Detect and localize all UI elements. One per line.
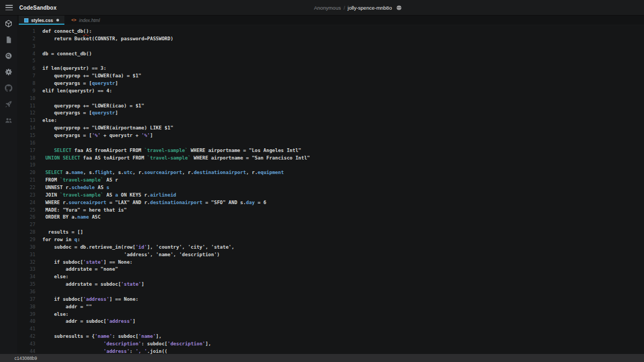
code-line: 14 queryprep += "LOWER(airportname) LIKE…: [17, 124, 644, 132]
line-number: 33: [17, 266, 42, 272]
cube-icon: [5, 20, 12, 27]
code-line: 24 WHERE r.sourceairport = "LAX" AND r.d…: [17, 199, 644, 206]
code-text: else:: [42, 312, 69, 317]
code-text: subresults = {'name': subdoc['name'],: [42, 334, 162, 339]
code-line: 3: [17, 42, 644, 50]
code-line: 31 'address', 'name', 'description'): [17, 251, 644, 258]
code-text: addr = "": [42, 304, 92, 309]
globe-icon[interactable]: [396, 5, 402, 11]
sidebar-item-live-collaboration[interactable]: [5, 117, 12, 124]
code-text: subdoc = db.retrieve_in(row['id'], 'coun…: [42, 244, 235, 250]
code-line: 30 subdoc = db.retrieve_in(row['id'], 'c…: [17, 243, 644, 251]
tab-label: styles.css: [31, 18, 53, 23]
code-text: ORDER BY a.name ASC: [42, 214, 100, 220]
line-number: 30: [17, 244, 42, 250]
line-number: 6: [17, 66, 42, 71]
line-number: 39: [17, 312, 42, 317]
editor-tab-bar: styles.css <> index.html: [17, 16, 644, 25]
code-text: addrstate = subdoc['state']: [42, 281, 144, 287]
line-number: 36: [17, 289, 42, 294]
code-line: 5: [17, 57, 644, 64]
hamburger-menu-icon[interactable]: [5, 5, 13, 10]
status-bar: c143088b9: [0, 354, 644, 362]
user-name[interactable]: Anonymous: [314, 5, 341, 11]
code-line: 29for row in q:: [17, 236, 644, 243]
code-text: for row in q:: [42, 237, 80, 242]
line-number: 7: [17, 73, 42, 78]
code-text: if subdoc['state'] == None:: [42, 259, 133, 265]
css-file-icon: [24, 18, 28, 23]
sidebar-item-project-overview[interactable]: [5, 20, 12, 27]
code-text: addrstate = "none": [42, 266, 118, 272]
code-text: return Bucket(CONNSTR, password=PASSWORD…: [42, 36, 173, 41]
code-text: if subdoc['address'] == None:: [42, 296, 138, 302]
code-line: 40 addr = subdoc['address']: [17, 318, 644, 325]
code-text: addr = subdoc['address']: [42, 318, 135, 324]
line-number: 2: [17, 36, 42, 41]
code-line: 1def connect_db():: [17, 27, 644, 35]
tab-label: index.html: [79, 18, 100, 23]
code-line: 2 return Bucket(CONNSTR, password=PASSWO…: [17, 35, 644, 42]
line-number: 24: [17, 200, 42, 205]
sandbox-name[interactable]: jolly-spence-mnb8o: [348, 5, 392, 11]
code-text: if len(querystr) == 3:: [42, 66, 106, 71]
tab-styles-css[interactable]: styles.css: [19, 16, 64, 25]
app-title: CodeSandbox: [19, 5, 56, 11]
sandbox-identity: Anonymous / jolly-spence-mnb8o: [314, 0, 402, 15]
line-number: 4: [17, 51, 42, 56]
code-line: 17 SELECT faa AS fromAirport FROM `trave…: [17, 147, 644, 154]
code-text: 'address': ', '.join((: [42, 349, 167, 354]
code-line: 35 addrstate = subdoc['state']: [17, 280, 644, 288]
gear-icon: [5, 68, 12, 76]
code-line: 34 else:: [17, 273, 644, 280]
code-line: 42 subresults = {'name': subdoc['name'],: [17, 332, 644, 340]
users-icon: [5, 117, 12, 124]
code-line: 37 if subdoc['address'] == None:: [17, 295, 644, 303]
code-text: db = connect_db(): [42, 51, 92, 56]
line-number: 13: [17, 118, 42, 123]
codesandbox-window: { "header": { "app_title": "CodeSandbox"…: [0, 0, 644, 362]
rocket-icon: [5, 100, 12, 108]
sidebar-item-settings[interactable]: [5, 68, 12, 76]
line-number: 31: [17, 252, 42, 257]
sidebar-item-github[interactable]: [5, 84, 12, 92]
line-number: 9: [17, 88, 42, 93]
code-line: 41: [17, 325, 644, 332]
code-line: 22 UNNEST r.schedule AS s: [17, 184, 644, 191]
line-number: 20: [17, 170, 42, 175]
code-line: 11 queryprep += "LOWER(icao) = $1": [17, 102, 644, 110]
line-number: 29: [17, 237, 42, 242]
line-number: 11: [17, 103, 42, 108]
code-text: queryprep += "LOWER(airportname) LIKE $1…: [42, 125, 173, 131]
code-line: 6if len(querystr) == 3:: [17, 64, 644, 72]
line-number: 16: [17, 140, 42, 146]
sidebar-item-deployment[interactable]: [5, 100, 12, 108]
code-text: UNNEST r.schedule AS s: [42, 185, 109, 190]
code-editor[interactable]: 1def connect_db():2 return Bucket(CONNST…: [17, 25, 644, 354]
top-header: CodeSandbox Anonymous / jolly-spence-mnb…: [0, 0, 644, 16]
line-number: 34: [17, 274, 42, 279]
line-number: 10: [17, 96, 42, 101]
code-line: 8 queryargs = [querystr]: [17, 79, 644, 87]
code-line: 44 'address': ', '.join((: [17, 347, 644, 354]
search-icon: [5, 52, 12, 60]
code-line: 26 ORDER BY a.name ASC: [17, 213, 644, 221]
code-line: 9elif len(querystr) == 4:: [17, 87, 644, 95]
code-text: elif len(querystr) == 4:: [42, 88, 112, 93]
line-number: 19: [17, 162, 42, 168]
code-line: 20 SELECT a.name, s.flight, s.utc, r.sou…: [17, 169, 644, 176]
code-line: 38 addr = "": [17, 303, 644, 310]
line-number: 41: [17, 326, 42, 331]
line-number: 3: [17, 44, 42, 49]
line-number: 14: [17, 125, 42, 131]
file-icon: [5, 36, 12, 44]
sidebar-item-search[interactable]: [5, 52, 12, 60]
line-number: 8: [17, 81, 42, 86]
line-number: 38: [17, 304, 42, 309]
line-number: 44: [17, 349, 42, 354]
line-number: 35: [17, 281, 42, 287]
tab-index-html[interactable]: <> index.html: [66, 16, 105, 25]
code-line: 16: [17, 139, 644, 147]
code-line: 23 JOIN `travel-sample` AS a ON KEYS r.a…: [17, 191, 644, 199]
sidebar-item-files[interactable]: [5, 36, 12, 44]
